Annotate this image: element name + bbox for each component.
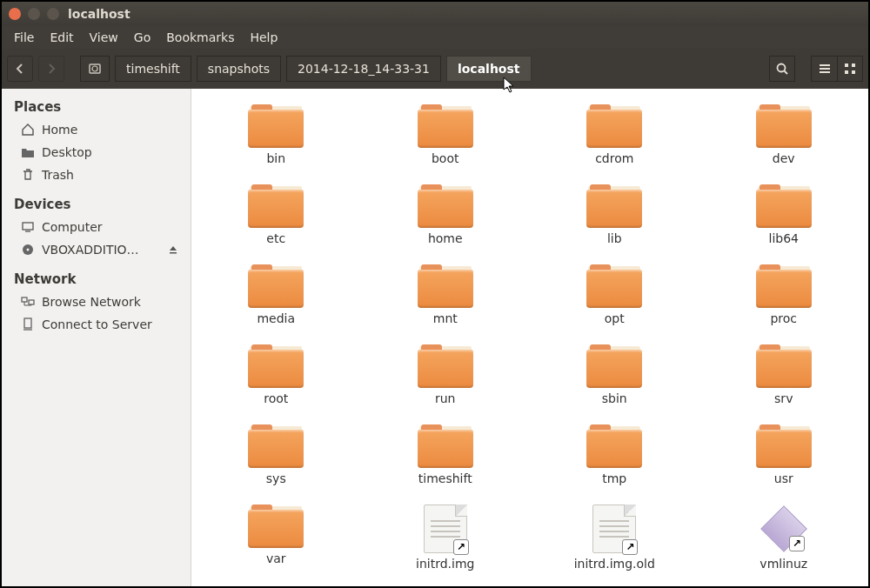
- sidebar-item-connect-server[interactable]: Connect to Server: [2, 313, 191, 336]
- file-item-label: sys: [266, 471, 286, 485]
- file-item[interactable]: var: [218, 501, 335, 574]
- file-item-label: lib64: [769, 231, 799, 245]
- file-item[interactable]: proc: [726, 261, 843, 329]
- window-titlebar: localhost: [2, 2, 868, 26]
- file-item-label: proc: [770, 311, 797, 325]
- file-view[interactable]: binbootcdromdevetchomeliblib64mediamntop…: [191, 89, 868, 586]
- file-item[interactable]: boot: [387, 101, 505, 169]
- eject-icon[interactable]: [168, 244, 178, 255]
- menu-file[interactable]: File: [7, 28, 41, 47]
- file-item-label: opt: [605, 311, 625, 325]
- file-item[interactable]: etc: [218, 181, 335, 249]
- folder-icon: [756, 104, 812, 148]
- file-item[interactable]: lib: [556, 181, 673, 249]
- folder-icon: [248, 344, 304, 388]
- file-item-label: bin: [266, 151, 285, 165]
- file-item[interactable]: ↗initrd.img: [387, 501, 505, 574]
- file-item[interactable]: lib64: [726, 181, 843, 249]
- file-item[interactable]: ↗vmlinuz: [726, 501, 843, 574]
- sidebar-item-home[interactable]: Home: [2, 118, 191, 141]
- view-list-button[interactable]: [811, 56, 837, 82]
- file-item-label: initrd.img.old: [574, 557, 655, 571]
- sidebar-item-trash[interactable]: Trash: [2, 164, 191, 186]
- file-item-label: initrd.img: [416, 557, 474, 571]
- breadcrumb-datetime[interactable]: 2014-12-18_14-33-31: [286, 56, 441, 82]
- folder-icon: [248, 104, 304, 148]
- file-item[interactable]: run: [387, 341, 505, 409]
- sidebar-item-label: Trash: [42, 168, 74, 182]
- file-item-label: home: [428, 231, 463, 245]
- home-icon: [21, 123, 35, 137]
- folder-icon: [418, 184, 473, 228]
- file-grid: binbootcdromdevetchomeliblib64mediamntop…: [218, 101, 842, 574]
- folder-icon: [21, 145, 35, 159]
- folder-icon: [418, 424, 473, 468]
- folder-icon: [756, 424, 812, 468]
- file-item-label: lib: [607, 231, 622, 245]
- svg-rect-12: [22, 297, 27, 302]
- main-area: Places Home Desktop Trash Devices Comput…: [2, 89, 868, 586]
- sidebar-item-computer[interactable]: Computer: [2, 216, 191, 238]
- svg-rect-6: [845, 70, 848, 74]
- sidebar-item-vboxadditions[interactable]: VBOXADDITIO…: [2, 238, 191, 261]
- folder-icon: [586, 344, 642, 388]
- folder-icon: [248, 424, 304, 468]
- svg-rect-8: [23, 223, 33, 230]
- file-link-icon: ↗: [592, 504, 636, 553]
- breadcrumb-timeshift[interactable]: timeshift: [115, 56, 191, 82]
- folder-icon: [586, 424, 642, 468]
- file-item[interactable]: mnt: [387, 261, 505, 329]
- file-item[interactable]: usr: [726, 421, 843, 489]
- menu-edit[interactable]: Edit: [43, 28, 80, 47]
- file-item[interactable]: srv: [726, 341, 843, 409]
- search-icon: [775, 62, 789, 76]
- file-item[interactable]: media: [218, 261, 335, 329]
- svg-rect-17: [24, 318, 31, 328]
- file-item[interactable]: root: [218, 341, 335, 409]
- file-link-icon: ↗: [424, 504, 467, 553]
- sidebar-item-browse-network[interactable]: Browse Network: [2, 291, 191, 313]
- breadcrumb-root-icon[interactable]: [80, 56, 110, 82]
- sidebar-item-label: Connect to Server: [42, 317, 152, 331]
- file-item[interactable]: dev: [726, 101, 843, 169]
- nav-back-button[interactable]: [7, 56, 33, 82]
- file-item[interactable]: sbin: [556, 341, 673, 409]
- sidebar-section-devices: Devices: [2, 193, 191, 216]
- menu-go[interactable]: Go: [127, 28, 157, 47]
- svg-rect-13: [29, 300, 34, 304]
- menubar: File Edit View Go Bookmarks Help: [2, 26, 868, 49]
- svg-rect-7: [852, 70, 855, 74]
- file-item-label: dev: [773, 151, 795, 165]
- file-item[interactable]: tmp: [556, 421, 673, 489]
- menu-help[interactable]: Help: [243, 28, 284, 47]
- view-grid-button[interactable]: [837, 56, 863, 82]
- menu-view[interactable]: View: [83, 28, 125, 47]
- window-maximize-button[interactable]: [47, 8, 59, 20]
- file-item[interactable]: sys: [218, 421, 335, 489]
- nav-forward-button[interactable]: [38, 56, 64, 82]
- window-close-button[interactable]: [9, 8, 21, 20]
- file-item[interactable]: opt: [556, 261, 673, 329]
- sidebar-item-label: VBOXADDITIO…: [42, 243, 139, 257]
- server-icon: [21, 317, 35, 331]
- file-item[interactable]: timeshift: [387, 421, 505, 489]
- sidebar-item-label: Home: [42, 123, 77, 137]
- menu-bookmarks[interactable]: Bookmarks: [159, 28, 241, 47]
- file-item[interactable]: home: [387, 181, 505, 249]
- folder-icon: [756, 184, 812, 228]
- file-item-label: mnt: [433, 311, 458, 325]
- file-item[interactable]: cdrom: [556, 101, 673, 169]
- breadcrumb-snapshots[interactable]: snapshots: [197, 56, 281, 82]
- search-button[interactable]: [769, 56, 795, 82]
- file-item[interactable]: bin: [218, 101, 335, 169]
- drive-icon: [88, 62, 102, 76]
- breadcrumb-localhost[interactable]: localhost: [446, 56, 532, 82]
- folder-icon: [248, 264, 304, 308]
- file-item-label: srv: [774, 391, 793, 405]
- folder-icon: [586, 264, 642, 308]
- sidebar-item-desktop[interactable]: Desktop: [2, 141, 191, 164]
- file-item[interactable]: ↗initrd.img.old: [556, 501, 673, 574]
- file-item-label: sbin: [602, 391, 627, 405]
- window-minimize-button[interactable]: [28, 8, 40, 20]
- window-controls: [9, 8, 59, 20]
